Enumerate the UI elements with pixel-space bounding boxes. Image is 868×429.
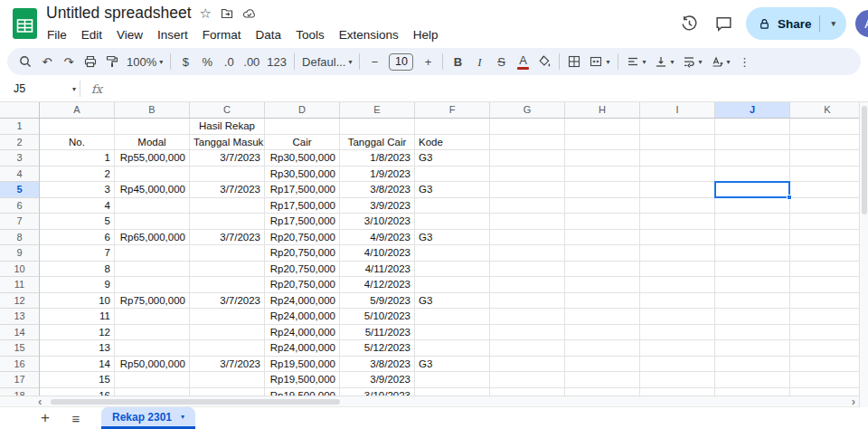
cell-F1[interactable]: [415, 119, 490, 135]
cell-E2[interactable]: Tanggal Cair: [340, 135, 415, 151]
cell-D7[interactable]: Rp17,500,000: [265, 214, 340, 230]
cell-G16[interactable]: [490, 357, 565, 373]
cell-C7[interactable]: [190, 214, 265, 230]
font-button[interactable]: Defaul...▾: [298, 51, 355, 72]
more-button[interactable]: ⋮: [734, 51, 756, 72]
name-box[interactable]: J5 ▾: [0, 82, 76, 95]
cell-K12[interactable]: [790, 293, 859, 310]
cell-D4[interactable]: Rp30,500,000: [265, 167, 340, 183]
cell-A12[interactable]: 10: [40, 293, 115, 310]
cell-E3[interactable]: 1/8/2023: [340, 150, 415, 167]
column-header-H[interactable]: H: [565, 102, 640, 119]
cell-B2[interactable]: Modal: [115, 135, 190, 151]
cell-E5[interactable]: 3/8/2023: [340, 182, 415, 198]
column-header-D[interactable]: D: [265, 102, 340, 119]
cell-B4[interactable]: [115, 167, 190, 183]
cell-A3[interactable]: 1: [40, 150, 115, 167]
column-header-I[interactable]: I: [640, 102, 715, 119]
row-header-16[interactable]: 16: [0, 357, 40, 373]
cell-B1[interactable]: [115, 119, 190, 135]
cell-J18[interactable]: [715, 388, 790, 396]
cell-E17[interactable]: 3/9/2023: [340, 372, 415, 388]
cell-C15[interactable]: [190, 340, 265, 357]
cell-H10[interactable]: [565, 262, 640, 278]
cell-E8[interactable]: 4/9/2023: [340, 230, 415, 246]
cell-B14[interactable]: [115, 325, 190, 341]
cell-D15[interactable]: Rp24,000,000: [265, 340, 340, 357]
cell-D14[interactable]: Rp24,000,000: [265, 325, 340, 341]
cell-E6[interactable]: 3/9/2023: [340, 198, 415, 214]
bold-button[interactable]: B: [447, 51, 468, 72]
cell-H9[interactable]: [565, 245, 640, 262]
print-button[interactable]: [80, 51, 101, 72]
decrease-font-size-button[interactable]: −: [363, 51, 385, 72]
cell-C6[interactable]: [190, 198, 265, 214]
cell-H12[interactable]: [565, 293, 640, 310]
column-header-E[interactable]: E: [340, 102, 415, 119]
cell-H1[interactable]: [565, 119, 640, 135]
cell-G7[interactable]: [490, 214, 565, 230]
cell-D12[interactable]: Rp24,000,000: [265, 293, 340, 310]
cell-F16[interactable]: G3: [415, 357, 490, 373]
cell-E9[interactable]: 4/10/2023: [340, 245, 415, 262]
cell-K2[interactable]: [790, 135, 859, 151]
menu-tools[interactable]: Tools: [288, 26, 332, 43]
cell-B7[interactable]: [115, 214, 190, 230]
cell-J6[interactable]: [715, 198, 790, 214]
row-header-11[interactable]: 11: [0, 277, 40, 293]
cell-I17[interactable]: [640, 372, 715, 388]
cell-H2[interactable]: [565, 135, 640, 151]
cell-D5[interactable]: Rp17,500,000: [265, 182, 340, 198]
horizontal-align-button[interactable]: ▾: [622, 51, 650, 72]
chevron-down-icon[interactable]: ▾: [181, 413, 184, 421]
horizontal-scrollbar[interactable]: ‹ ›: [0, 396, 859, 407]
cell-F18[interactable]: [415, 388, 490, 396]
cell-I13[interactable]: [640, 309, 715, 325]
row-header-3[interactable]: 3: [0, 150, 40, 167]
cell-H18[interactable]: [565, 388, 640, 396]
cell-F9[interactable]: [415, 245, 490, 262]
cell-H5[interactable]: [565, 182, 640, 198]
cell-D17[interactable]: Rp19,500,000: [265, 372, 340, 388]
cell-B6[interactable]: [115, 198, 190, 214]
cell-J5[interactable]: [715, 182, 790, 198]
column-header-A[interactable]: A: [40, 102, 115, 119]
cell-F5[interactable]: G3: [415, 182, 490, 198]
vertical-scrollbar[interactable]: [859, 102, 868, 407]
select-all-corner[interactable]: [0, 102, 40, 119]
avatar[interactable]: A: [855, 10, 868, 37]
menu-data[interactable]: Data: [249, 26, 289, 43]
cell-K6[interactable]: [790, 198, 859, 214]
cell-J13[interactable]: [715, 309, 790, 325]
cell-E15[interactable]: 5/12/2023: [340, 340, 415, 357]
cell-B13[interactable]: [115, 309, 190, 325]
cell-J16[interactable]: [715, 357, 790, 373]
cell-A14[interactable]: 12: [40, 325, 115, 341]
cell-G15[interactable]: [490, 340, 565, 357]
horizontal-scrollbar-thumb[interactable]: [51, 399, 340, 405]
cell-H6[interactable]: [565, 198, 640, 214]
cell-B10[interactable]: [115, 262, 190, 278]
merge-cells-button[interactable]: ▾: [585, 51, 613, 72]
zoom-button[interactable]: 100%▾: [123, 51, 166, 72]
cell-C4[interactable]: [190, 167, 265, 183]
cell-C5[interactable]: 3/7/2023: [190, 182, 265, 198]
row-header-7[interactable]: 7: [0, 214, 40, 230]
cell-C9[interactable]: [190, 245, 265, 262]
row-header-12[interactable]: 12: [0, 293, 40, 310]
cell-F4[interactable]: [415, 167, 490, 183]
cell-H4[interactable]: [565, 167, 640, 183]
row-header-13[interactable]: 13: [0, 309, 40, 325]
paint-format-button[interactable]: [101, 51, 123, 72]
cell-G13[interactable]: [490, 309, 565, 325]
format-currency-button[interactable]: $: [175, 51, 196, 72]
cell-H3[interactable]: [565, 150, 640, 167]
row-header-14[interactable]: 14: [0, 325, 40, 341]
cell-B15[interactable]: [115, 340, 190, 357]
cell-K11[interactable]: [790, 277, 859, 293]
cell-C14[interactable]: [190, 325, 265, 341]
cell-J15[interactable]: [715, 340, 790, 357]
chevron-down-icon[interactable]: ▾: [72, 85, 76, 93]
cell-D11[interactable]: Rp20,750,000: [265, 277, 340, 293]
strikethrough-button[interactable]: S: [490, 51, 512, 72]
